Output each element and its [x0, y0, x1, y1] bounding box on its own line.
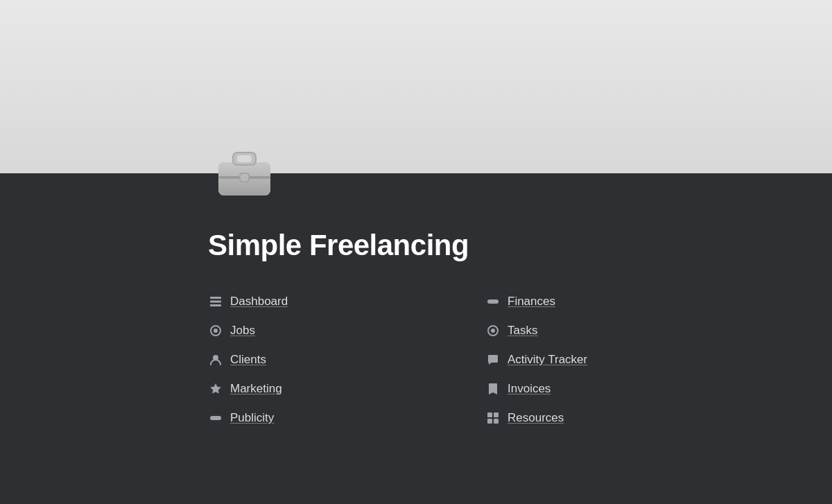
svg-rect-5 — [240, 173, 249, 182]
star-icon — [208, 381, 223, 397]
top-section — [0, 0, 832, 173]
menu-item-finances[interactable]: Finances — [485, 287, 707, 316]
svg-rect-13 — [487, 299, 499, 304]
svg-rect-17 — [494, 412, 499, 417]
finances-label: Finances — [508, 295, 555, 309]
jobs-icon — [208, 323, 223, 338]
svg-rect-16 — [487, 412, 492, 417]
grid-icon — [485, 410, 501, 426]
menu-item-resources[interactable]: Resources — [485, 403, 707, 433]
svg-rect-19 — [494, 419, 499, 424]
bookmark-icon — [485, 381, 501, 397]
layers-icon — [208, 294, 223, 309]
menu-right-column: Finances Tasks Activity — [485, 287, 707, 433]
publicity-icon — [208, 410, 223, 426]
briefcase-icon — [215, 143, 274, 201]
menu-item-jobs[interactable]: Jobs — [208, 316, 430, 345]
dashboard-label: Dashboard — [230, 295, 288, 309]
tasks-icon — [485, 323, 501, 338]
svg-point-10 — [214, 329, 218, 333]
menu-item-marketing[interactable]: Marketing — [208, 374, 430, 403]
finances-icon — [485, 294, 501, 309]
tasks-label: Tasks — [508, 324, 537, 338]
svg-rect-7 — [210, 301, 221, 303]
app-title: Simple Freelancing — [208, 229, 832, 262]
resources-label: Resources — [508, 411, 564, 425]
svg-point-15 — [491, 329, 495, 333]
menu-grid: Dashboard Jobs — [208, 287, 832, 433]
bottom-section: Simple Freelancing Dashboard — [0, 173, 832, 504]
menu-left-column: Dashboard Jobs — [208, 287, 430, 433]
svg-rect-8 — [210, 304, 221, 306]
chat-icon — [485, 352, 501, 367]
clients-label: Clients — [230, 353, 266, 367]
svg-rect-3 — [237, 155, 252, 162]
activity-tracker-label: Activity Tracker — [508, 353, 587, 367]
publicity-label: Publicity — [230, 411, 274, 425]
svg-rect-6 — [210, 297, 221, 299]
svg-rect-18 — [487, 419, 492, 424]
svg-rect-12 — [210, 416, 221, 420]
invoices-label: Invoices — [508, 382, 551, 396]
menu-item-activity-tracker[interactable]: Activity Tracker — [485, 345, 707, 374]
menu-item-dashboard[interactable]: Dashboard — [208, 287, 430, 316]
menu-item-invoices[interactable]: Invoices — [485, 374, 707, 403]
menu-item-clients[interactable]: Clients — [208, 345, 430, 374]
menu-item-publicity[interactable]: Publicity — [208, 403, 430, 433]
jobs-label: Jobs — [230, 324, 255, 338]
person-icon — [208, 352, 223, 367]
marketing-label: Marketing — [230, 382, 282, 396]
menu-item-tasks[interactable]: Tasks — [485, 316, 707, 345]
